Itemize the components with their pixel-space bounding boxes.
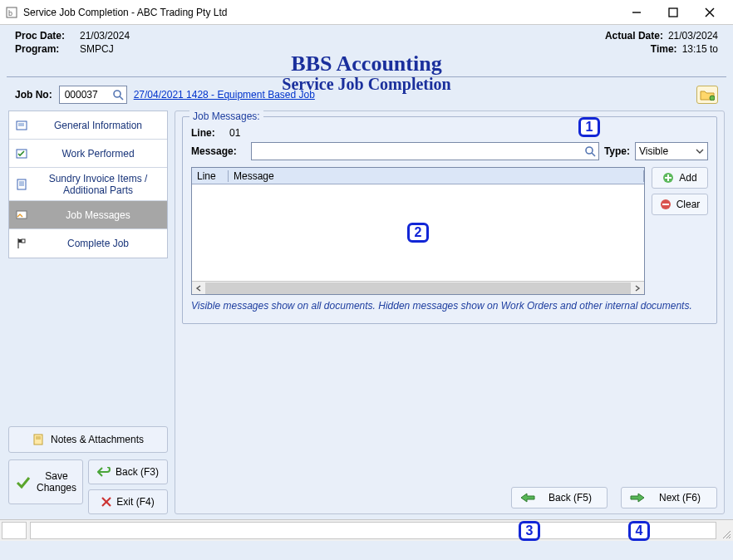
svg-line-37 bbox=[729, 537, 731, 538]
next-f6-button[interactable]: Next (F6) bbox=[621, 487, 717, 508]
arrow-right-icon bbox=[630, 493, 645, 503]
back-f3-button[interactable]: Back (F3) bbox=[88, 459, 168, 484]
status-cell bbox=[30, 522, 716, 539]
save-changes-label: Save Changes bbox=[37, 470, 76, 494]
notes-icon bbox=[32, 434, 44, 445]
flag-icon bbox=[14, 238, 29, 249]
sidebar-item-general-information[interactable]: General Information bbox=[9, 111, 167, 140]
svg-rect-21 bbox=[34, 435, 42, 445]
check-icon bbox=[15, 474, 32, 490]
proc-date-label: Proc Date: bbox=[15, 30, 75, 42]
hint-text: Visible messages show on all documents. … bbox=[191, 300, 708, 312]
grid-hscrollbar[interactable] bbox=[192, 281, 644, 294]
scroll-left-icon[interactable] bbox=[192, 282, 205, 294]
next-f6-label: Next (F6) bbox=[652, 492, 708, 504]
callout-4: 4 bbox=[628, 521, 650, 541]
status-cell bbox=[2, 522, 27, 539]
main-panel: Job Messages: Line: 01 Message: Type: Vi… bbox=[175, 111, 725, 514]
save-changes-button[interactable]: Save Changes bbox=[8, 459, 83, 504]
message-label: Message: bbox=[191, 145, 246, 157]
svg-text:b: b bbox=[8, 9, 12, 17]
sidebar-item-label: General Information bbox=[34, 120, 162, 131]
line-label: Line: bbox=[191, 127, 224, 139]
job-no-input[interactable] bbox=[63, 88, 111, 101]
minus-icon bbox=[660, 199, 672, 210]
sidebar-item-label: Job Messages bbox=[34, 209, 162, 221]
grid-body[interactable]: 2 bbox=[192, 184, 644, 281]
work-icon bbox=[14, 148, 29, 160]
notes-attachments-label: Notes & Attachments bbox=[51, 434, 144, 445]
svg-rect-17 bbox=[17, 211, 27, 219]
svg-line-27 bbox=[592, 153, 595, 156]
sidebar-item-label: Sundry Invoice Items / Additional Parts bbox=[34, 173, 162, 196]
svg-point-6 bbox=[114, 91, 121, 97]
sidebar-item-label: Work Performed bbox=[34, 148, 162, 160]
exit-f4-label: Exit (F4) bbox=[116, 496, 154, 508]
svg-line-5 bbox=[706, 8, 714, 17]
svg-point-26 bbox=[586, 147, 593, 154]
time-label: Time: bbox=[611, 43, 677, 55]
svg-line-4 bbox=[706, 8, 714, 17]
svg-point-8 bbox=[710, 96, 715, 101]
sidebar-item-sundry-invoice[interactable]: Sundry Invoice Items / Additional Parts bbox=[9, 168, 167, 201]
sidebar-item-complete-job[interactable]: Complete Job bbox=[9, 229, 167, 258]
plus-icon bbox=[662, 172, 674, 184]
add-button[interactable]: Add bbox=[652, 167, 708, 189]
svg-line-7 bbox=[120, 96, 123, 100]
exit-f4-button[interactable]: Exit (F4) bbox=[88, 489, 168, 514]
search-icon[interactable] bbox=[111, 88, 125, 101]
app-icon: b bbox=[5, 6, 18, 19]
program-label: Program: bbox=[15, 43, 75, 55]
search-icon[interactable] bbox=[583, 145, 597, 158]
callout-2: 2 bbox=[407, 223, 429, 243]
window-close-button[interactable] bbox=[691, 1, 728, 24]
sidebar-item-job-messages[interactable]: Job Messages bbox=[9, 201, 167, 229]
back-f5-button[interactable]: Back (F5) bbox=[511, 487, 608, 508]
sidebar-nav: General Information Work Performed Sundr… bbox=[8, 111, 168, 258]
col-line-header[interactable]: Line bbox=[192, 170, 229, 182]
callout-1: 1 bbox=[578, 117, 600, 137]
fieldset-legend: Job Messages: bbox=[189, 111, 263, 122]
invoice-icon bbox=[14, 179, 29, 190]
actual-date-value: 21/03/2024 bbox=[668, 30, 718, 42]
notes-attachments-button[interactable]: Notes & Attachments bbox=[8, 426, 168, 453]
col-message-header[interactable]: Message bbox=[229, 170, 644, 182]
actual-date-label: Actual Date: bbox=[597, 30, 663, 42]
resize-grip-icon[interactable] bbox=[718, 520, 733, 541]
close-icon bbox=[101, 497, 111, 507]
svg-rect-13 bbox=[17, 179, 26, 189]
svg-rect-19 bbox=[18, 239, 22, 243]
chevron-down-icon bbox=[696, 149, 704, 154]
window-minimize-button[interactable] bbox=[618, 1, 655, 24]
job-no-label: Job No: bbox=[15, 89, 52, 101]
job-messages-fieldset: Job Messages: Line: 01 Message: Type: Vi… bbox=[182, 116, 717, 324]
proc-date-value: 21/03/2024 bbox=[80, 30, 130, 42]
folder-button[interactable] bbox=[696, 86, 718, 104]
job-link[interactable]: 27/04/2021 1428 - Equipment Based Job bbox=[134, 89, 315, 101]
messages-grid: Line Message 2 bbox=[191, 167, 645, 295]
svg-rect-3 bbox=[669, 8, 677, 17]
info-icon bbox=[14, 120, 29, 131]
sidebar-item-label: Complete Job bbox=[34, 238, 162, 249]
scroll-right-icon[interactable] bbox=[631, 282, 644, 294]
grid-header: Line Message bbox=[192, 168, 644, 184]
sidebar-item-work-performed[interactable]: Work Performed bbox=[9, 140, 167, 168]
add-label: Add bbox=[679, 172, 696, 184]
message-input[interactable] bbox=[253, 145, 583, 157]
back-arrow-icon bbox=[97, 467, 111, 477]
scroll-track[interactable] bbox=[205, 282, 631, 294]
type-select[interactable]: Visible bbox=[635, 142, 708, 160]
type-label: Type: bbox=[604, 145, 630, 157]
time-value: 13:15 to bbox=[682, 43, 718, 55]
svg-marker-34 bbox=[631, 494, 644, 502]
message-icon bbox=[14, 209, 29, 221]
arrow-left-icon bbox=[520, 493, 535, 503]
clear-button[interactable]: Clear bbox=[652, 194, 708, 215]
clear-label: Clear bbox=[676, 199, 701, 210]
status-bar bbox=[0, 519, 733, 541]
back-f3-label: Back (F3) bbox=[116, 466, 159, 478]
program-value: SMPCJ bbox=[80, 43, 114, 55]
window-titlebar: b Service Job Completion - ABC Trading P… bbox=[0, 0, 733, 25]
type-value: Visible bbox=[639, 145, 668, 157]
window-maximize-button[interactable] bbox=[655, 1, 691, 24]
